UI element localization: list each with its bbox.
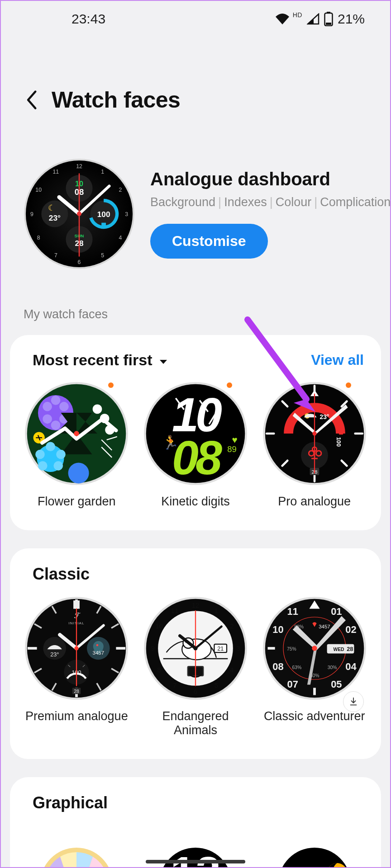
download-button[interactable] [343, 691, 364, 712]
svg-text:04: 04 [345, 661, 357, 672]
chevron-left-icon [24, 90, 39, 110]
watchface-name: Kinetic digits [161, 495, 230, 509]
svg-text:4: 4 [119, 235, 122, 241]
svg-point-48 [35, 450, 45, 459]
new-indicator-dot [108, 382, 114, 388]
svg-text:12: 12 [170, 847, 220, 868]
watchface-tile-flower-garden[interactable]: ✽ Flower garden [23, 382, 131, 509]
svg-point-49 [68, 462, 89, 483]
current-watchface-preview[interactable]: 1212 345 678 91011 10 08 ☾ 23° 100 SUN 2… [24, 158, 135, 269]
status-bar: 23:43 HD 21% [1, 1, 390, 37]
svg-text:02: 02 [345, 624, 356, 635]
svg-rect-2 [326, 23, 331, 25]
svg-text:3457: 3457 [319, 624, 330, 629]
recent-card: Most recent first View all ✽ [10, 335, 381, 530]
svg-text:5: 5 [215, 681, 218, 689]
svg-text:30%: 30% [327, 665, 337, 670]
svg-text:89: 89 [227, 444, 236, 454]
svg-point-153 [193, 646, 197, 650]
svg-point-92 [312, 431, 316, 435]
hd-label: HD [293, 11, 302, 19]
current-watchface: 1212 345 678 91011 10 08 ☾ 23° 100 SUN 2… [1, 140, 390, 297]
svg-text:100: 100 [97, 210, 110, 219]
svg-text:28: 28 [74, 689, 80, 694]
download-icon [348, 697, 358, 707]
back-button[interactable] [24, 90, 39, 110]
view-all-link[interactable]: View all [311, 352, 364, 368]
svg-text:6: 6 [194, 688, 197, 695]
svg-text:11: 11 [287, 606, 298, 617]
svg-text:7: 7 [173, 681, 176, 689]
svg-point-179 [312, 646, 317, 651]
svg-point-127 [75, 646, 79, 650]
svg-text:28: 28 [347, 646, 353, 652]
watchface-tile-premium-analogue[interactable]: ℱ INITIAL 23° 3457 100 28 [23, 596, 131, 737]
svg-point-47 [38, 461, 48, 471]
svg-text:12: 12 [76, 163, 82, 170]
svg-text:2: 2 [119, 187, 122, 193]
signal-icon [307, 13, 319, 25]
svg-text:12: 12 [192, 601, 200, 609]
svg-text:3: 3 [125, 211, 128, 217]
watchface-name: Pro analogue [278, 495, 351, 509]
page-title: Watch faces [52, 87, 180, 113]
svg-text:3457: 3457 [93, 650, 105, 656]
svg-text:23°: 23° [49, 213, 61, 222]
svg-text:75%: 75% [287, 646, 296, 651]
new-indicator-dot [346, 382, 351, 388]
svg-text:♥: ♥ [232, 434, 238, 445]
battery-icon [324, 12, 333, 26]
svg-text:7: 7 [54, 252, 57, 259]
svg-point-42 [51, 420, 61, 430]
svg-text:4: 4 [230, 666, 234, 674]
home-indicator [146, 860, 245, 863]
svg-point-38 [59, 402, 69, 411]
svg-text:05: 05 [331, 679, 342, 690]
current-watchface-name: Analogue dashboard [150, 169, 391, 189]
svg-text:9: 9 [30, 211, 33, 217]
svg-point-56 [74, 431, 80, 436]
svg-text:5: 5 [101, 252, 104, 259]
classic-card: Classic ℱ INITIAL [10, 548, 381, 759]
svg-rect-25 [101, 223, 106, 226]
svg-rect-107 [73, 600, 76, 609]
sort-label: Most recent first [33, 351, 153, 369]
svg-text:01: 01 [331, 606, 342, 617]
svg-text:08: 08 [172, 431, 222, 484]
graphical-card: Graphical 12 [10, 777, 381, 868]
svg-rect-79 [339, 431, 343, 434]
watchface-tile-classic-adventurer[interactable]: 1101 1002 0804 0705 88% 75% 63% 50% 30% [260, 596, 368, 737]
classic-title: Classic [33, 565, 90, 584]
svg-text:08: 08 [272, 661, 283, 672]
watchface-tile-graphical-1[interactable] [23, 830, 131, 868]
svg-text:9: 9 [151, 644, 155, 652]
svg-text:2: 2 [230, 622, 234, 630]
status-time: 23:43 [72, 11, 105, 27]
customise-button[interactable]: Customise [150, 224, 268, 259]
watchface-name: Premium analogue [25, 709, 128, 723]
sort-dropdown[interactable]: Most recent first [33, 351, 168, 369]
svg-text:10: 10 [35, 187, 42, 193]
svg-text:21: 21 [217, 646, 224, 652]
watchface-tile-graphical-3[interactable] [260, 830, 368, 868]
svg-text:🏃: 🏃 [162, 434, 179, 451]
svg-text:8: 8 [37, 235, 40, 241]
watchface-tile-kinetic-digits[interactable]: 10 08 🏃 ♥ 89 Kinetic digits [142, 382, 250, 509]
chevron-down-icon [159, 351, 168, 369]
svg-text:3: 3 [236, 644, 240, 652]
svg-point-39 [43, 414, 52, 424]
wifi-icon [275, 13, 290, 25]
header: Watch faces [1, 37, 390, 140]
watchface-tile-endangered-animals[interactable]: 1212 345 678 91011 21 [142, 596, 250, 737]
svg-text:☾: ☾ [48, 203, 55, 212]
watchface-name: Flower garden [38, 495, 116, 509]
svg-point-114 [96, 644, 99, 646]
svg-point-41 [51, 396, 61, 405]
svg-text:07: 07 [287, 679, 298, 690]
svg-point-46 [54, 461, 63, 471]
svg-text:10: 10 [155, 622, 163, 630]
graphical-title: Graphical [33, 793, 108, 812]
svg-text:8: 8 [157, 666, 161, 674]
watchface-tile-pro-analogue[interactable]: 23° 100 28 Pro analogue [260, 382, 368, 509]
svg-text:11: 11 [171, 607, 179, 614]
